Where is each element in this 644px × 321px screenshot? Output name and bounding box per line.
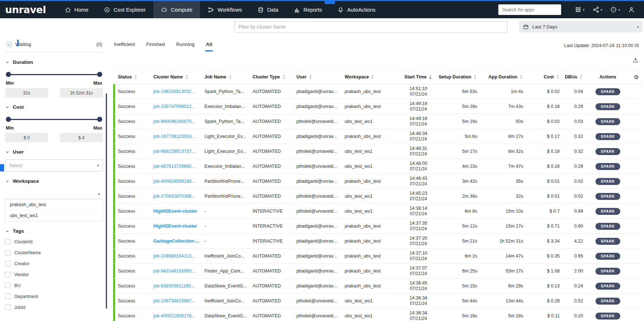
tag-filter-jobid[interactable]: JobId [5,305,103,310]
column-header-cluster-name[interactable]: Cluster Name [150,74,202,80]
workspace-option-ubs-test-ws1[interactable]: ubs_test_ws1 [5,210,103,221]
navbar-icon-group: ▾▾?▾ [571,6,639,13]
tab-all[interactable]: All [205,39,213,51]
spark-action-badge[interactable]: SPARK [595,223,621,230]
apps-grid-button[interactable]: ▾ [571,6,589,13]
cluster-name-link[interactable]: job-943149193950... [150,268,202,274]
tag-filter-bu[interactable]: BU [5,283,103,288]
nav-item-cost-explorer[interactable]: $Cost Explorer [96,1,153,18]
cluster-name-link[interactable]: GarbageCollection-... [150,239,202,244]
spark-action-badge[interactable]: SPARK [595,298,621,305]
checkbox[interactable] [5,261,11,266]
spark-action-badge[interactable]: SPARK [595,88,621,95]
cluster-name-link[interactable]: HighIOEvent-cluster [150,209,202,214]
integrations-button[interactable]: ▾ [589,6,606,13]
help-button[interactable]: ?▾ [606,6,624,13]
cost-min-handle[interactable] [6,117,11,122]
checkbox[interactable] [5,250,11,255]
cluster-name-link[interactable]: job-668229513737... [150,149,202,154]
app-duration-cell: 15m 10s [480,209,526,214]
cluster-name-link[interactable]: job-235747599512... [150,104,202,109]
spark-action-badge[interactable]: SPARK [595,118,621,125]
apps-search-input[interactable] [498,4,561,15]
cost-max-value[interactable]: $ 4 [60,133,103,142]
tab-running[interactable]: Running [176,39,195,51]
download-icon[interactable] [632,57,639,66]
nav-item-workflows[interactable]: Workflows [200,1,250,18]
nav-item-data[interactable]: Data [250,1,286,18]
checkbox[interactable] [5,283,11,288]
tab-finished[interactable]: Finished [146,39,166,51]
checkbox[interactable] [5,305,11,310]
checkbox[interactable] [5,294,11,299]
column-header-start-time[interactable]: Start Time [398,74,438,80]
cost-max-handle[interactable] [97,117,102,122]
spark-action-badge[interactable]: SPARK [595,268,621,275]
cluster-name-link[interactable]: HighIOEvent-cluster [150,224,202,229]
tag-filter-creator[interactable]: Creator [5,261,103,266]
workspace-combobox[interactable]: ▴ [5,188,103,199]
tag-filter-department[interactable]: Department [5,294,103,299]
column-header-status[interactable]: Status [115,74,150,80]
checkbox[interactable] [5,239,11,244]
spark-action-badge[interactable]: SPARK [595,238,621,245]
profile-button[interactable] [624,6,639,13]
cost-min-value[interactable]: $ 0 [5,133,48,142]
cluster-name-filter-input[interactable] [234,21,507,32]
spark-action-badge[interactable]: SPARK [595,103,621,110]
spark-action-badge[interactable]: SPARK [595,133,621,140]
cluster-name-link[interactable]: job-106734615967... [150,298,202,303]
cluster-name-link[interactable]: job-270632870398... [150,194,202,199]
spark-action-badge[interactable]: SPARK [595,208,621,215]
cluster-name-link[interactable]: job-400924599189... [150,179,202,184]
column-header-user[interactable]: User [294,74,342,80]
checkbox[interactable] [5,272,11,277]
spark-action-badge[interactable]: SPARK [595,148,621,155]
nav-item-autoactions[interactable]: AutoActions [330,1,383,18]
duration-section-header[interactable]: Duration [5,59,103,65]
sidebar-scrollbar[interactable] [106,93,107,309]
cluster-name-link[interactable]: job-860546160870... [150,119,202,124]
cluster-name-link[interactable]: job-196153813032... [150,89,202,94]
tag-filter-clustername[interactable]: ClusterName [5,250,103,255]
spark-action-badge[interactable]: SPARK [595,163,621,170]
cluster-name-link[interactable]: job-167736123919... [150,134,202,139]
workspace-section-header[interactable]: Workspace [5,178,103,184]
cost-section-header[interactable]: Cost [5,104,103,110]
column-header-workspace[interactable]: Workspace [342,74,398,80]
tags-section-header[interactable]: Tags [5,228,103,234]
nav-item-reports[interactable]: Reports [286,1,330,18]
column-header-cost[interactable]: Cost [526,74,563,80]
tag-filter-vendor[interactable]: Vendor [5,272,103,277]
nav-item-compute[interactable]: Compute [153,1,200,18]
column-header-setup-duration[interactable]: Setup Duration [438,74,480,80]
cluster-type-cell: AUTOMATED [250,313,294,318]
column-header-app-duration[interactable]: App Duration [480,74,526,80]
tab-inefficient[interactable]: Inefficient [113,39,136,51]
column-header-job-name[interactable]: Job Name [202,74,250,80]
workspace-option-prakash-ubs-test[interactable]: prakash_ubs_test [5,199,103,210]
waiting-checkbox[interactable] [7,42,12,47]
cluster-name-link[interactable]: job-487813729665... [150,164,202,169]
cluster-name-link[interactable]: job-400021928178... [150,313,202,318]
nav-item-home[interactable]: Home [57,1,96,18]
duration-min-value[interactable]: 32s [5,88,48,97]
spark-action-badge[interactable]: SPARK [595,313,621,320]
duration-max-handle[interactable] [97,72,102,77]
spark-action-badge[interactable]: SPARK [595,178,621,185]
gear-icon[interactable]: ⚙ [634,74,639,81]
duration-max-value[interactable]: 1h 52m 31s [60,88,103,97]
user-select[interactable]: Select ▾ [5,159,103,171]
user-section-header[interactable]: User [5,149,103,155]
column-header-dbus[interactable]: DBUs [563,74,586,80]
column-header-cluster-type[interactable]: Cluster Type [250,74,294,80]
spark-action-badge[interactable]: SPARK [595,253,621,260]
spark-action-badge[interactable]: SPARK [595,193,621,200]
date-range-picker[interactable]: Last 7 Days ▾ [519,21,643,32]
cluster-name-link[interactable]: job-638303611165... [150,283,202,289]
cluster-name-link[interactable]: job-108980184113... [150,254,202,259]
duration-min-handle[interactable] [6,72,11,77]
spark-action-badge[interactable]: SPARK [595,283,621,290]
tag-filter-clusterid[interactable]: ClusterId [5,239,103,244]
column-label: User [296,74,307,80]
